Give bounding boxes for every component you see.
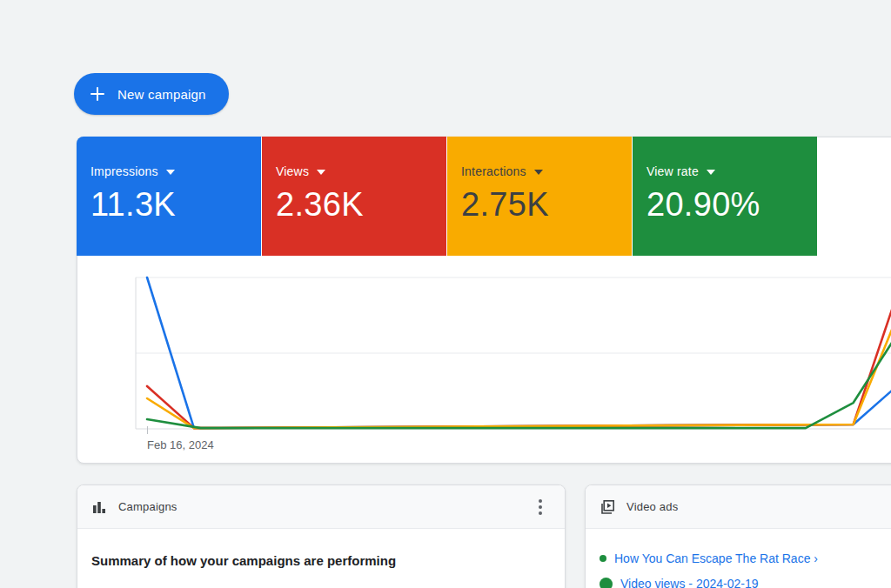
- scorecard-label: Interactions: [461, 164, 526, 178]
- bar-chart-icon: [91, 499, 107, 515]
- scorecard-value: 2.36K: [276, 186, 446, 224]
- scorecard-interactions[interactable]: Interactions 2.75K: [447, 137, 632, 256]
- plus-icon: [90, 86, 105, 102]
- scorecard-strip: Impressions 11.3K Views 2.36K Interactio…: [77, 137, 817, 256]
- green-dot-icon: [600, 555, 606, 562]
- scorecard-label: Views: [276, 164, 309, 178]
- video-ads-card-header: Video ads: [586, 485, 891, 529]
- performance-chart[interactable]: [136, 277, 891, 429]
- x-axis-tick: [147, 426, 148, 434]
- campaigns-summary-text: Summary of how your campaigns are perfor…: [91, 553, 551, 568]
- series-line-views: [147, 310, 891, 428]
- dropdown-arrow-icon[interactable]: [707, 170, 715, 175]
- video-ad-list-item[interactable]: How You Can Escape The Rat Race ›: [600, 551, 891, 565]
- x-axis-date-label: Feb 16, 2024: [147, 438, 214, 451]
- dropdown-arrow-icon[interactable]: [166, 170, 175, 175]
- video-ads-card-title: Video ads: [626, 500, 678, 513]
- scorecard-impressions[interactable]: Impressions 11.3K: [77, 137, 261, 256]
- video-library-icon: [600, 499, 615, 515]
- kebab-dot: [539, 505, 542, 509]
- video-ads-card-body: How You Can Escape The Rat Race › Video …: [586, 529, 891, 588]
- scorecard-label: View rate: [646, 164, 699, 178]
- video-views-link[interactable]: Video views - 2024-02-19: [620, 577, 759, 588]
- scorecard-view-rate[interactable]: View rate 20.90%: [633, 137, 817, 256]
- scorecard-value: 11.3K: [90, 186, 261, 224]
- campaigns-card-title: Campaigns: [118, 500, 178, 513]
- scorecard-views[interactable]: Views 2.36K: [262, 137, 446, 256]
- dropdown-arrow-icon[interactable]: [317, 170, 325, 175]
- scorecard-label: Impressions: [90, 164, 158, 178]
- performance-overview-card: Impressions 11.3K Views 2.36K Interactio…: [77, 137, 891, 464]
- campaigns-card-header: Campaigns: [77, 485, 565, 529]
- scorecard-value: 2.75K: [461, 186, 632, 224]
- more-options-button[interactable]: [528, 495, 553, 519]
- new-campaign-button[interactable]: New campaign: [74, 73, 229, 115]
- series-line-view-rate: [147, 343, 891, 428]
- line-chart-svg: [136, 277, 891, 429]
- google-ads-overview-page: { "page": { "background": "#f1f3f4" }, "…: [0, 0, 891, 588]
- dropdown-arrow-icon[interactable]: [534, 170, 543, 175]
- scorecard-value: 20.90%: [646, 186, 817, 224]
- series-line-interactions: [147, 330, 891, 428]
- new-campaign-label: New campaign: [117, 87, 206, 102]
- kebab-dot: [539, 511, 542, 515]
- video-ads-card: Video ads How You Can Escape The Rat Rac…: [585, 484, 891, 588]
- green-circle-icon: [600, 578, 613, 588]
- video-ad-link[interactable]: How You Can Escape The Rat Race ›: [614, 551, 818, 565]
- kebab-dot: [539, 499, 542, 503]
- video-ad-list-item[interactable]: Video views - 2024-02-19: [600, 577, 891, 588]
- campaigns-card-body: Summary of how your campaigns are perfor…: [77, 529, 565, 568]
- campaigns-card: Campaigns Summary of how your campaigns …: [77, 484, 566, 588]
